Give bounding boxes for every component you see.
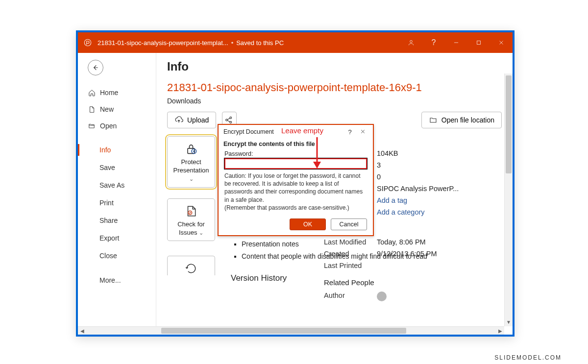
sidebar-item-close[interactable]: Close: [88, 247, 156, 265]
encrypt-document-dialog: Encrypt Document ? Encrypt the contents …: [218, 124, 374, 236]
file-title: 21831-01-sipoc-analysis-powerpoint-templ…: [167, 81, 502, 94]
document-title: 21831-01-sipoc-analysis-powerpoint-templ…: [98, 39, 228, 47]
upload-icon: [174, 116, 183, 124]
save-status: Saved to this PC: [236, 39, 284, 47]
chevron-down-icon: ⌄: [199, 230, 203, 236]
close-window-button[interactable]: [490, 32, 513, 53]
sidebar-label: Home: [100, 89, 118, 97]
property-row-modified: Last ModifiedToday, 8:06 PM: [324, 238, 502, 246]
minimize-button[interactable]: [445, 32, 467, 53]
share-icon: [224, 116, 233, 124]
scrollbar-thumb[interactable]: [506, 75, 512, 173]
sidebar-item-more[interactable]: More...: [88, 271, 156, 289]
check-icon: [172, 204, 210, 218]
dialog-help-button[interactable]: ?: [343, 128, 356, 136]
password-label: Password:: [224, 150, 367, 157]
sidebar-item-print[interactable]: Print: [88, 194, 156, 212]
sidebar-item-home[interactable]: Home: [88, 84, 156, 101]
scroll-right-icon[interactable]: ▶: [496, 327, 504, 335]
sidebar-item-share[interactable]: Share: [88, 212, 156, 229]
backstage-sidebar: Home New Open Info Save Save As Print Sh…: [78, 53, 156, 335]
title-bar: 21831-01-sipoc-analysis-powerpoint-templ…: [78, 32, 513, 53]
property-row-printed: Last Printed: [324, 262, 502, 269]
history-icon: [172, 261, 210, 275]
account-icon[interactable]: [400, 32, 422, 53]
avatar: [377, 291, 387, 301]
version-history-button[interactable]: [167, 256, 215, 275]
horizontal-scrollbar[interactable]: ◀ ▶: [78, 326, 504, 335]
maximize-button[interactable]: [467, 32, 490, 53]
scroll-left-icon[interactable]: ◀: [78, 327, 86, 335]
watermark: SLIDEMODEL.COM: [494, 354, 562, 361]
back-button[interactable]: [88, 60, 103, 75]
sidebar-item-save[interactable]: Save: [88, 159, 156, 176]
svg-rect-3: [477, 41, 481, 45]
sidebar-item-export[interactable]: Export: [88, 229, 156, 247]
chevron-down-icon: ⌄: [189, 176, 194, 182]
ok-button[interactable]: OK: [290, 218, 326, 230]
lock-icon: [172, 142, 210, 156]
sidebar-item-save-as[interactable]: Save As: [88, 176, 156, 194]
related-people-header: Related People: [324, 278, 502, 287]
svg-marker-15: [313, 162, 321, 169]
dialog-caution-text: Caution: If you lose or forget the passw…: [224, 172, 367, 212]
page-title: Info: [167, 60, 502, 73]
scrollbar-thumb[interactable]: [161, 328, 406, 334]
sidebar-item-info[interactable]: Info: [88, 141, 156, 159]
open-icon: [88, 122, 96, 130]
password-input[interactable]: [224, 158, 367, 169]
folder-icon: [429, 116, 438, 124]
sidebar-label: Open: [100, 122, 117, 130]
home-icon: [88, 89, 96, 97]
vertical-scrollbar[interactable]: ▲ ▼: [504, 73, 513, 326]
svg-point-1: [410, 40, 413, 43]
new-icon: [88, 105, 96, 113]
powerpoint-icon: [78, 38, 98, 47]
annotation-arrow-icon: [312, 137, 322, 170]
open-file-location-button[interactable]: Open file location: [421, 112, 502, 128]
cancel-button[interactable]: Cancel: [331, 218, 367, 230]
help-icon[interactable]: ?: [422, 32, 445, 53]
property-row-author: Author: [324, 291, 502, 301]
sidebar-item-new[interactable]: New: [88, 101, 156, 118]
dialog-close-button[interactable]: [356, 128, 369, 136]
file-location: Downloads: [167, 97, 502, 105]
annotation-text: Leave empty: [281, 126, 323, 135]
protect-presentation-button[interactable]: Protect Presentation ⌄: [167, 136, 215, 188]
dialog-subtitle: Encrypt the contents of this file: [219, 139, 373, 149]
dialog-title: Encrypt Document: [223, 128, 274, 135]
sidebar-item-open[interactable]: Open: [88, 118, 156, 134]
svg-point-0: [84, 39, 91, 46]
sidebar-label: New: [100, 105, 114, 113]
upload-button[interactable]: Upload: [167, 112, 216, 128]
title-separator: •: [231, 39, 234, 47]
check-for-issues-button[interactable]: Check for Issues ⌄: [167, 198, 215, 242]
scroll-down-icon[interactable]: ▼: [505, 318, 513, 326]
